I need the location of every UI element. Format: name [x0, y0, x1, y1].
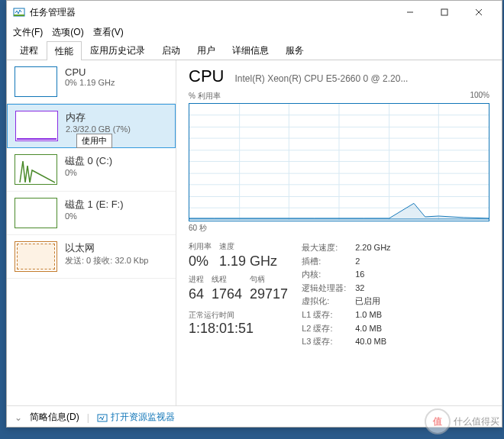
util-label: 利用率 [189, 241, 212, 252]
memory-thumb [15, 111, 58, 141]
watermark-text: 什么值得买 [454, 415, 499, 428]
chevron-down-icon[interactable]: ⌄ [15, 412, 22, 423]
sockets-label: 插槽: [302, 255, 355, 269]
virt-label: 虚拟化: [302, 295, 355, 308]
tab-strip: 进程 性能 应用历史记录 启动 用户 详细信息 服务 [7, 40, 502, 60]
titlebar[interactable]: 任务管理器 [7, 1, 502, 24]
handles-label: 句柄 [250, 274, 288, 285]
cpu-details: 最大速度:2.20 GHz 插槽:2 内核:16 逻辑处理器:32 虚拟化:已启… [302, 241, 390, 349]
disk0-sub: 0% [65, 168, 168, 177]
menubar: 文件(F) 选项(O) 查看(V) [7, 24, 502, 40]
resmon-icon [97, 412, 108, 423]
util-max-label: 100% [470, 91, 489, 102]
l1-label: L1 缓存: [302, 308, 355, 322]
menu-file[interactable]: 文件(F) [13, 26, 43, 39]
sidebar-item-memory[interactable]: 内存 2.3/32.0 GB (7%) 使用中 [7, 104, 176, 148]
main-title: CPU [189, 66, 224, 86]
proc-label: 进程 [189, 274, 204, 285]
threads-value: 1764 [212, 286, 242, 302]
lprocs-label: 逻辑处理器: [302, 282, 355, 295]
cores-value: 16 [355, 268, 364, 282]
task-manager-window: 任务管理器 文件(F) 选项(O) 查看(V) 进程 性能 应用历史记录 启动 … [6, 0, 502, 428]
threads-label: 线程 [212, 274, 242, 285]
sidebar-item-disk0[interactable]: 磁盘 0 (C:) 0% [7, 148, 176, 192]
open-resmon-link[interactable]: 打开资源监视器 [97, 411, 175, 424]
handles-value: 29717 [250, 286, 288, 302]
l2-label: L2 缓存: [302, 322, 355, 336]
close-button[interactable] [461, 1, 496, 24]
svg-rect-1 [14, 15, 24, 16]
watermark: 值 什么值得买 [425, 408, 499, 434]
sockets-value: 2 [355, 255, 360, 269]
sidebar-item-disk1[interactable]: 磁盘 1 (E: F:) 0% [7, 192, 176, 235]
disk1-thumb [15, 198, 57, 228]
l1-value: 1.0 MB [355, 308, 382, 322]
tab-details[interactable]: 详细信息 [224, 40, 277, 60]
l3-value: 40.0 MB [355, 335, 386, 349]
main-panel: CPU Intel(R) Xeon(R) CPU E5-2660 0 @ 2.2… [176, 60, 502, 405]
cpu-chart[interactable] [189, 103, 489, 221]
menu-options[interactable]: 选项(O) [52, 26, 83, 39]
window-title: 任务管理器 [30, 6, 393, 19]
minimize-button[interactable] [393, 1, 427, 24]
ethernet-thumb [15, 241, 57, 272]
tab-performance[interactable]: 性能 [47, 41, 82, 60]
sidebar-item-cpu[interactable]: CPU 0% 1.19 GHz [7, 60, 176, 104]
ethernet-sub: 发送: 0 接收: 32.0 Kbp [65, 255, 168, 266]
speed-label: 速度 [219, 241, 277, 252]
cpu-sub: 0% 1.19 GHz [65, 78, 168, 87]
uptime-label: 正常运行时间 [189, 310, 288, 321]
tab-startup[interactable]: 启动 [153, 40, 189, 60]
chart-time-label: 60 秒 [189, 223, 489, 234]
watermark-icon: 值 [425, 408, 451, 434]
maximize-button[interactable] [427, 1, 461, 24]
util-axis-label: % 利用率 [189, 91, 221, 102]
disk1-title: 磁盘 1 (E: F:) [65, 198, 168, 211]
maxspeed-value: 2.20 GHz [355, 241, 390, 255]
l3-label: L3 缓存: [302, 335, 355, 349]
lprocs-value: 32 [355, 282, 364, 295]
memory-tooltip: 使用中 [76, 134, 112, 148]
cpu-model: Intel(R) Xeon(R) CPU E5-2660 0 @ 2.20... [234, 73, 408, 84]
util-value: 0% [189, 253, 212, 270]
tab-app-history[interactable]: 应用历史记录 [82, 40, 153, 60]
cpu-title: CPU [65, 66, 168, 78]
fewer-details-link[interactable]: 简略信息(D) [30, 411, 79, 424]
tab-services[interactable]: 服务 [277, 40, 312, 60]
l2-value: 4.0 MB [355, 322, 382, 336]
tab-processes[interactable]: 进程 [11, 40, 47, 60]
proc-value: 64 [189, 286, 204, 302]
cpu-thumb [15, 66, 57, 97]
disk0-title: 磁盘 0 (C:) [65, 154, 168, 168]
uptime-value: 1:18:01:51 [189, 321, 288, 337]
app-icon [13, 6, 25, 18]
speed-value: 1.19 GHz [219, 253, 277, 270]
perf-sidebar: CPU 0% 1.19 GHz 内存 2.3/32.0 GB (7%) 使用中 … [7, 60, 176, 405]
sidebar-item-ethernet[interactable]: 以太网 发送: 0 接收: 32.0 Kbp [7, 235, 176, 279]
svg-rect-3 [441, 9, 447, 15]
disk0-thumb [15, 154, 57, 185]
cores-label: 内核: [302, 268, 355, 282]
maxspeed-label: 最大速度: [302, 241, 355, 255]
menu-view[interactable]: 查看(V) [93, 26, 124, 39]
tab-users[interactable]: 用户 [189, 40, 224, 60]
virt-value: 已启用 [355, 295, 380, 308]
disk1-sub: 0% [65, 211, 168, 221]
memory-title: 内存 [66, 111, 167, 124]
memory-sub: 2.3/32.0 GB (7%) [66, 124, 167, 134]
ethernet-title: 以太网 [65, 241, 168, 255]
